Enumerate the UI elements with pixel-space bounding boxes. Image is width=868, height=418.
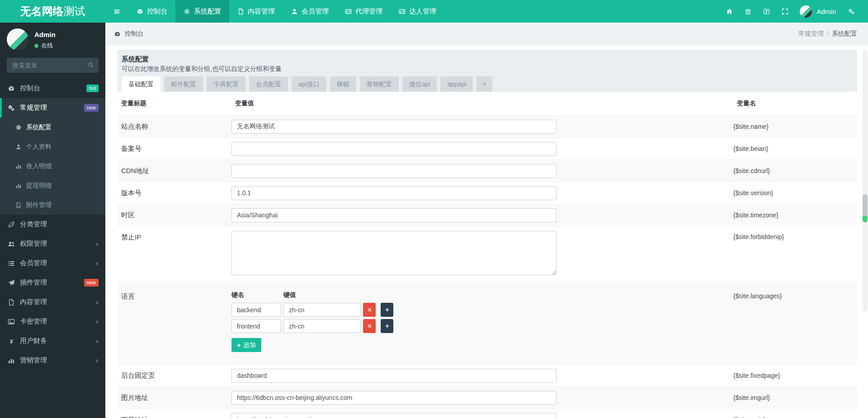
leaf-icon xyxy=(8,221,15,228)
table-row: 语言 键名 键值 xyxy=(118,282,857,364)
sidebar-item-label: 卡密管理 xyxy=(20,317,47,326)
nav-item-dashboard[interactable]: 控制台 xyxy=(128,0,175,23)
page-title: 控制台 xyxy=(125,30,144,38)
nav-item-label: 控制台 xyxy=(147,7,167,16)
row-variable: {$site.languages} xyxy=(733,291,857,300)
tab-add[interactable]: + xyxy=(476,76,492,92)
config-tabs: 基础配置 邮件配置 字典配置 会员配置 api接口 横幅 营销配置 微信api … xyxy=(122,76,853,92)
sidebar-item-label: 分类管理 xyxy=(20,220,47,229)
plus-icon xyxy=(385,307,390,312)
cdn-url-input[interactable] xyxy=(231,164,557,178)
sidebar-item-permissions[interactable]: 权限管理‹ xyxy=(0,234,105,254)
tab-appapi[interactable]: appapi xyxy=(440,76,473,92)
nav-item-members[interactable]: 会员管理 xyxy=(283,0,337,23)
tab-marketing-config[interactable]: 营销配置 xyxy=(360,76,399,92)
kv-header: 键名 键值 xyxy=(231,291,733,299)
add-row-button[interactable] xyxy=(381,303,393,317)
row-label: 备案号 xyxy=(118,145,231,153)
forbidden-ip-textarea[interactable] xyxy=(231,231,557,275)
nav-item-system-config[interactable]: 系统配置 xyxy=(175,0,229,23)
sidebar-item-withdraw-details[interactable]: 提现明细 xyxy=(0,176,105,195)
bar-chart-icon xyxy=(15,183,22,189)
chevron-left-icon: ‹ xyxy=(96,240,99,248)
fullscreen-button[interactable] xyxy=(776,0,794,23)
search-input[interactable] xyxy=(7,58,99,73)
gauge-icon xyxy=(137,8,143,15)
language-key-input[interactable] xyxy=(231,303,281,317)
nav-item-label: 系统配置 xyxy=(194,7,221,16)
file-image-icon xyxy=(15,202,22,208)
sidebar-item-plugins[interactable]: 插件管理new xyxy=(0,273,105,292)
sidebar-item-general[interactable]: 常规管理new xyxy=(0,98,105,117)
brand[interactable]: 无名网络测试 xyxy=(0,0,105,23)
nav-item-agents[interactable]: 代理管理 xyxy=(337,0,391,23)
download-url-input[interactable] xyxy=(231,413,557,418)
sidebar-item-marketing[interactable]: 营销管理‹ xyxy=(0,351,105,370)
home-icon xyxy=(726,8,733,15)
nav-item-talents[interactable]: 达人管理 xyxy=(391,0,444,23)
tab-wechat-api[interactable]: 微信api xyxy=(402,76,437,92)
chevron-left-icon: ‹ xyxy=(96,259,99,267)
avatar[interactable] xyxy=(7,28,28,50)
gears-icon xyxy=(8,104,15,112)
sidebar-item-content[interactable]: 内容管理‹ xyxy=(0,292,105,312)
row-variable: {$site.xzdz} xyxy=(733,416,857,418)
sidebar-item-card-keys[interactable]: 卡密管理‹ xyxy=(0,312,105,331)
nav-item-content[interactable]: 内容管理 xyxy=(229,0,283,23)
sidebar-item-categories[interactable]: 分类管理 xyxy=(0,215,105,234)
gear-icon xyxy=(15,124,22,131)
user-icon xyxy=(15,144,22,150)
sidebar-item-dashboard[interactable]: 控制台hot xyxy=(0,79,105,98)
home-button[interactable] xyxy=(720,0,739,23)
navbar-right: Admin xyxy=(720,0,868,23)
row-label: CDN地址 xyxy=(118,167,231,175)
tab-banner[interactable]: 横幅 xyxy=(330,76,356,92)
tab-member-config[interactable]: 会员配置 xyxy=(249,76,288,92)
language-value-input[interactable] xyxy=(283,303,361,317)
tab-mail-config[interactable]: 邮件配置 xyxy=(164,76,203,92)
table-row: 版本号 {$site.version} xyxy=(118,182,857,204)
site-name-input[interactable] xyxy=(231,120,557,134)
sidebar-item-attachments[interactable]: 附件管理 xyxy=(0,195,105,215)
timezone-input[interactable] xyxy=(231,208,557,222)
delete-row-button[interactable] xyxy=(363,303,376,317)
sidebar-item-system-config[interactable]: 系统配置 xyxy=(0,117,105,137)
language-value-input[interactable] xyxy=(283,319,361,333)
sidebar-submenu: 系统配置 个人资料 收入明细 提现明细 附件管理 xyxy=(0,117,105,215)
version-input[interactable] xyxy=(231,186,557,200)
image-url-input[interactable] xyxy=(231,391,557,405)
kv-row xyxy=(231,319,733,333)
sidebar-item-user-finance[interactable]: ¥用户财务‹ xyxy=(0,331,105,351)
settings-button[interactable] xyxy=(842,0,861,23)
row-variable: {$site.beian} xyxy=(733,145,857,152)
language-key-input[interactable] xyxy=(231,319,281,333)
scrollbar-thumb[interactable] xyxy=(863,194,868,216)
tab-basic-config[interactable]: 基础配置 xyxy=(122,76,160,92)
fixed-page-input[interactable] xyxy=(231,369,557,383)
sidebar-item-members[interactable]: 会员管理‹ xyxy=(0,254,105,273)
navbar-username[interactable]: Admin xyxy=(816,8,836,15)
users-icon xyxy=(8,240,15,248)
sidebar-item-income-details[interactable]: 收入明细 xyxy=(0,156,105,176)
chevron-left-icon: ‹ xyxy=(96,318,99,325)
append-button[interactable]: +追加 xyxy=(231,338,261,352)
tab-dictionary-config[interactable]: 字典配置 xyxy=(207,76,245,92)
breadcrumb-parent[interactable]: 常规管理 xyxy=(798,30,824,37)
avatar[interactable] xyxy=(800,5,812,18)
tab-api[interactable]: api接口 xyxy=(292,76,326,92)
sidebar-item-profile[interactable]: 个人资料 xyxy=(0,137,105,156)
add-row-button[interactable] xyxy=(381,319,393,333)
delete-row-button[interactable] xyxy=(363,319,376,333)
yen-icon: ¥ xyxy=(8,338,15,345)
list-icon xyxy=(8,260,15,267)
gear-icon xyxy=(184,8,190,15)
bar-chart-icon xyxy=(8,357,15,364)
sidebar-toggle-button[interactable] xyxy=(105,0,128,23)
clear-cache-button[interactable] xyxy=(739,0,757,23)
panel-heading: 系统配置 可以在此增改系统的变量和分组,也可以自定义分组和变量 基础配置 邮件配… xyxy=(118,50,857,92)
beian-input[interactable] xyxy=(231,142,557,156)
table-row: 下载地址 {$site.xzdz} xyxy=(118,409,857,418)
scrollbar-track[interactable] xyxy=(863,50,868,312)
nav-item-label: 内容管理 xyxy=(248,7,275,16)
language-button[interactable] xyxy=(757,0,776,23)
